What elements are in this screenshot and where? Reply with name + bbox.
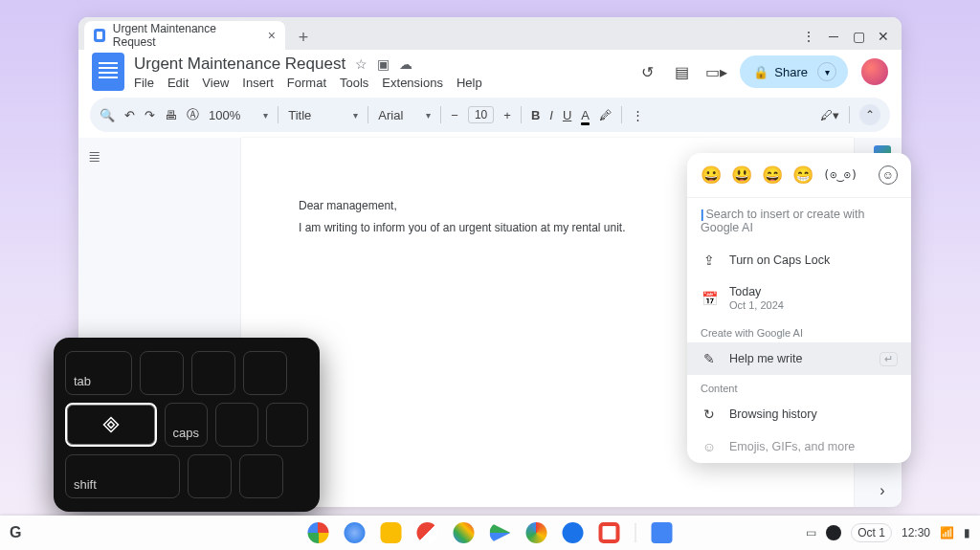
zoom-dropdown[interactable]: 100%▾ xyxy=(209,108,268,122)
bold-button[interactable]: B xyxy=(531,108,540,122)
browser-tabstrip: Urgent Maintenance Request × + ⋮ ─ ▢ ✕ xyxy=(78,17,902,50)
key-caps[interactable]: caps xyxy=(165,403,208,447)
editing-mode-icon[interactable]: 🖊▾ xyxy=(820,108,839,122)
key-tab[interactable]: tab xyxy=(65,351,132,395)
insert-search-input[interactable]: Search to insert or create with Google A… xyxy=(687,198,911,244)
close-window-icon[interactable]: ✕ xyxy=(877,29,890,44)
battery-icon[interactable]: ▮ xyxy=(964,526,970,539)
menu-format[interactable]: Format xyxy=(287,76,326,90)
gif-picker-icon[interactable]: ☺ xyxy=(879,165,898,185)
key-shift[interactable]: shift xyxy=(65,454,180,498)
font-size-input[interactable]: 10 xyxy=(468,106,494,123)
files-app-icon[interactable] xyxy=(381,522,402,543)
menu-view[interactable]: View xyxy=(202,76,229,90)
section-create-ai: Create with Google AI xyxy=(687,319,911,342)
print-icon[interactable]: 🖶 xyxy=(165,108,177,122)
kaomoji-icon[interactable]: (⊙‿⊙) xyxy=(823,168,858,182)
font-dropdown[interactable]: Arial▾ xyxy=(378,108,431,122)
undo-icon[interactable]: ↶ xyxy=(124,108,135,122)
underline-button[interactable]: U xyxy=(563,108,571,122)
gmail-app-icon[interactable] xyxy=(417,522,438,543)
shelf-date[interactable]: Oct 1 xyxy=(851,523,892,542)
meet-camera-icon[interactable]: ▭▸ xyxy=(705,63,726,81)
play-store-icon[interactable] xyxy=(490,522,511,543)
decrease-font-icon[interactable]: − xyxy=(451,108,458,122)
shelf-divider xyxy=(635,523,636,542)
photos-app-icon[interactable] xyxy=(526,522,547,543)
kebab-menu-icon[interactable]: ⋮ xyxy=(802,29,815,44)
docs-app-icon[interactable] xyxy=(652,522,673,543)
key-blank[interactable] xyxy=(266,403,308,447)
share-dropdown-icon[interactable]: ▾ xyxy=(817,62,836,81)
menu-item-emojis-gifs[interactable]: ☺ Emojis, GIFs, and more xyxy=(687,430,911,463)
calendar-app-icon[interactable] xyxy=(454,522,475,543)
text-color-button[interactable]: A xyxy=(581,108,590,122)
history-icon[interactable]: ↺ xyxy=(636,63,657,81)
key-blank[interactable] xyxy=(243,351,287,395)
phone-hub-icon[interactable]: ▭ xyxy=(806,526,816,539)
outline-toggle-icon[interactable]: ≣ xyxy=(88,148,100,165)
wifi-icon[interactable]: 📶 xyxy=(940,526,954,539)
emoji-smile-icon[interactable]: 😄 xyxy=(762,165,783,186)
emoji-grinning-icon[interactable]: 😀 xyxy=(701,165,722,186)
minimize-icon[interactable]: ─ xyxy=(827,29,840,44)
chrome-app-icon[interactable] xyxy=(308,522,329,543)
keyboard-overlay: tab caps shift xyxy=(54,338,320,512)
close-tab-icon[interactable]: × xyxy=(268,28,276,43)
menu-help[interactable]: Help xyxy=(457,76,482,90)
lock-icon: 🔒 xyxy=(753,65,768,79)
menu-extensions[interactable]: Extensions xyxy=(382,76,443,90)
star-icon[interactable]: ☆ xyxy=(355,56,368,72)
comments-icon[interactable]: ▤ xyxy=(671,63,692,81)
hide-sidepanel-icon[interactable]: › xyxy=(880,482,884,499)
docs-app-icon[interactable] xyxy=(92,53,124,91)
capslock-icon: ⇪ xyxy=(701,253,718,268)
emoji-smiley-icon[interactable]: 😃 xyxy=(731,165,752,186)
key-blank[interactable] xyxy=(140,351,184,395)
increase-font-icon[interactable]: + xyxy=(503,108,511,122)
key-blank[interactable] xyxy=(188,454,232,498)
menu-file[interactable]: File xyxy=(134,76,154,90)
insert-popup: 😀 😃 😄 😁 (⊙‿⊙) ☺ Search to insert or crea… xyxy=(687,153,911,463)
menu-item-browsing-history[interactable]: ↻ Browsing history xyxy=(687,398,911,430)
menu-item-help-me-write[interactable]: ✎ Help me write ↵ xyxy=(687,342,911,375)
key-blank[interactable] xyxy=(215,403,257,447)
document-title[interactable]: Urgent Maintenance Request xyxy=(134,55,345,74)
history-icon: ↻ xyxy=(701,407,718,422)
key-launcher-highlighted[interactable] xyxy=(65,403,157,447)
key-blank[interactable] xyxy=(239,454,283,498)
spellcheck-icon[interactable]: Ⓐ xyxy=(187,106,199,123)
shelf-apps xyxy=(308,522,673,543)
menu-insert[interactable]: Insert xyxy=(242,76,274,90)
maximize-icon[interactable]: ▢ xyxy=(852,29,865,44)
section-content: Content xyxy=(687,375,911,398)
shelf-time[interactable]: 12:30 xyxy=(902,526,930,539)
more-formatting-icon[interactable]: ⋮ xyxy=(632,108,644,122)
cloud-status-icon[interactable]: ☁ xyxy=(399,56,412,72)
emoji-beaming-icon[interactable]: 😁 xyxy=(792,165,813,186)
collapse-toolbar-icon[interactable]: ⌃ xyxy=(859,104,880,125)
menu-edit[interactable]: Edit xyxy=(167,76,189,90)
messages-app-icon[interactable] xyxy=(563,522,584,543)
share-button[interactable]: 🔒 Share ▾ xyxy=(740,55,848,88)
redo-icon[interactable]: ↷ xyxy=(145,108,155,122)
menu-tools[interactable]: Tools xyxy=(340,76,368,90)
youtube-app-icon[interactable] xyxy=(599,522,620,543)
highlight-icon[interactable]: 🖉 xyxy=(599,108,612,122)
new-tab-button[interactable]: + xyxy=(291,25,316,50)
share-label: Share xyxy=(774,65,808,79)
italic-button[interactable]: I xyxy=(549,108,553,122)
gemini-app-icon[interactable] xyxy=(345,522,366,543)
search-icon[interactable]: 🔍 xyxy=(100,108,115,122)
move-folder-icon[interactable]: ▣ xyxy=(377,56,390,72)
paragraph-style-dropdown[interactable]: Title▾ xyxy=(288,108,358,122)
menu-item-today[interactable]: 📅 Today Oct 1, 2024 xyxy=(687,276,911,319)
browser-tab[interactable]: Urgent Maintenance Request × xyxy=(84,21,285,50)
formatting-toolbar: 🔍 ↶ ↷ 🖶 Ⓐ 100%▾ Title▾ Arial▾ − 10 + B I… xyxy=(90,98,890,132)
window-controls: ⋮ ─ ▢ ✕ xyxy=(802,29,902,50)
launcher-icon[interactable]: G xyxy=(10,524,33,541)
nearby-share-icon[interactable] xyxy=(826,525,841,540)
menu-item-capslock[interactable]: ⇪ Turn on Caps Lock xyxy=(687,244,911,276)
key-blank[interactable] xyxy=(191,351,235,395)
account-avatar[interactable] xyxy=(861,58,888,85)
